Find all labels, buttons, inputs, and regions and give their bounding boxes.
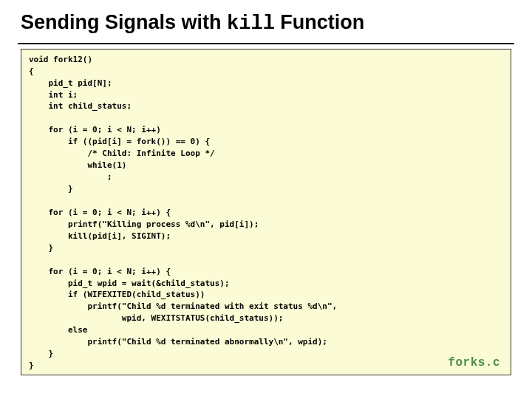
- slide-title: Sending Signals with kill Function: [21, 12, 511, 35]
- title-after: Function: [275, 11, 364, 33]
- title-code: kill: [227, 13, 275, 35]
- source-filename: forks.c: [448, 355, 500, 372]
- title-underline: [18, 43, 514, 44]
- code-listing: void fork12() { pid_t pid[N]; int i; int…: [29, 54, 503, 372]
- code-box: void fork12() { pid_t pid[N]; int i; int…: [21, 49, 511, 375]
- title-before: Sending Signals with: [21, 11, 227, 33]
